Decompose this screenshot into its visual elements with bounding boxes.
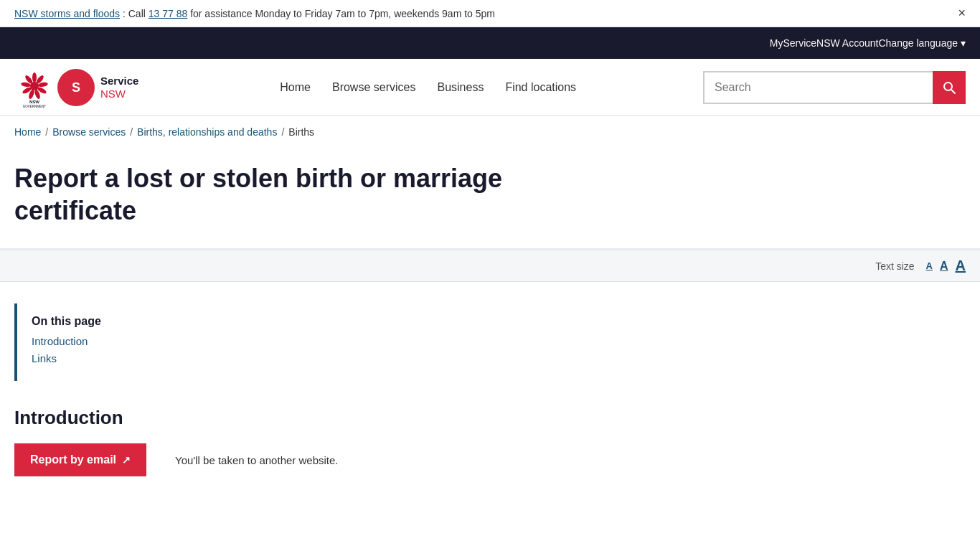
report-by-email-button[interactable]: Report by email ↗ xyxy=(14,443,146,476)
page-title-area: Report a lost or stolen birth or marriag… xyxy=(0,148,980,250)
breadcrumb-home[interactable]: Home xyxy=(14,126,41,138)
breadcrumb-sep-1: / xyxy=(45,126,48,138)
nav-browse-services[interactable]: Browse services xyxy=(332,81,415,94)
breadcrumb-current: Births xyxy=(288,126,314,138)
main-navigation: Home Browse services Business Find locat… xyxy=(280,81,576,94)
report-row: Report by email ↗ You'll be taken to ano… xyxy=(14,443,631,476)
top-nav-bar: MyServiceNSW Account Change language xyxy=(0,27,980,59)
svg-point-10 xyxy=(30,82,39,90)
nav-business[interactable]: Business xyxy=(437,81,484,94)
text-size-small-button[interactable]: A xyxy=(926,260,933,271)
text-size-bar: Text size A A A xyxy=(0,250,980,282)
nsw-government-logo: NSW GOVERNMENT xyxy=(14,67,55,108)
svg-line-16 xyxy=(951,90,955,93)
search-area xyxy=(703,71,966,104)
search-icon xyxy=(942,80,956,95)
search-input[interactable] xyxy=(703,71,933,104)
alert-text-after: for assistance Monday to Friday 7am to 7… xyxy=(190,8,495,19)
list-item: Introduction xyxy=(32,335,617,348)
on-this-page-title: On this page xyxy=(32,315,617,328)
alert-text: NSW storms and floods : Call 13 77 88 fo… xyxy=(14,8,495,19)
search-button[interactable] xyxy=(933,71,966,104)
on-this-page-box: On this page Introduction Links xyxy=(14,303,631,381)
nav-home[interactable]: Home xyxy=(280,81,311,94)
alert-link-storms[interactable]: NSW storms and floods xyxy=(14,8,120,19)
main-content: On this page Introduction Links Introduc… xyxy=(0,282,646,505)
breadcrumb-sep-3: / xyxy=(281,126,284,138)
breadcrumb: Home / Browse services / Births, relatio… xyxy=(0,116,980,148)
service-nsw-brand-text: Service NSW xyxy=(100,75,138,100)
on-this-page-links-link[interactable]: Links xyxy=(32,352,57,364)
report-btn-label: Report by email xyxy=(30,453,116,466)
svg-text:NSW: NSW xyxy=(29,100,39,104)
main-header: NSW GOVERNMENT S Service NSW Home Browse… xyxy=(0,59,980,116)
page-title: Report a lost or stolen birth or marriag… xyxy=(14,162,588,227)
text-size-medium-button[interactable]: A xyxy=(940,260,948,273)
nav-find-locations[interactable]: Find locations xyxy=(505,81,576,94)
myservicensw-account-link[interactable]: MyServiceNSW Account xyxy=(770,37,879,49)
svg-text:GOVERNMENT: GOVERNMENT xyxy=(23,105,47,108)
service-nsw-logo-circle: S xyxy=(57,69,95,106)
text-size-large-button[interactable]: A xyxy=(956,258,966,274)
alert-close-button[interactable]: × xyxy=(958,6,966,21)
breadcrumb-sep-2: / xyxy=(130,126,133,138)
svg-point-1 xyxy=(32,72,37,83)
alert-text-before: : Call xyxy=(123,8,149,19)
svg-text:S: S xyxy=(72,80,80,95)
service-label: Service xyxy=(100,75,138,88)
on-this-page-list: Introduction Links xyxy=(32,335,617,365)
email-note: You'll be taken to another website. xyxy=(175,454,338,466)
on-this-page-introduction-link[interactable]: Introduction xyxy=(32,335,88,347)
logo-area: NSW GOVERNMENT S Service NSW xyxy=(14,67,138,108)
alert-link-phone[interactable]: 13 77 88 xyxy=(149,8,188,19)
nsw-label: NSW xyxy=(100,88,138,100)
introduction-section: Introduction Report by email ↗ You'll be… xyxy=(14,407,631,476)
breadcrumb-browse-services[interactable]: Browse services xyxy=(52,126,126,138)
alert-banner: NSW storms and floods : Call 13 77 88 fo… xyxy=(0,0,980,27)
breadcrumb-births-relationships[interactable]: Births, relationships and deaths xyxy=(137,126,277,138)
list-item: Links xyxy=(32,352,617,365)
introduction-title: Introduction xyxy=(14,407,631,429)
external-link-icon: ↗ xyxy=(122,454,131,466)
change-language-button[interactable]: Change language xyxy=(878,37,966,49)
text-size-label: Text size xyxy=(875,260,914,272)
